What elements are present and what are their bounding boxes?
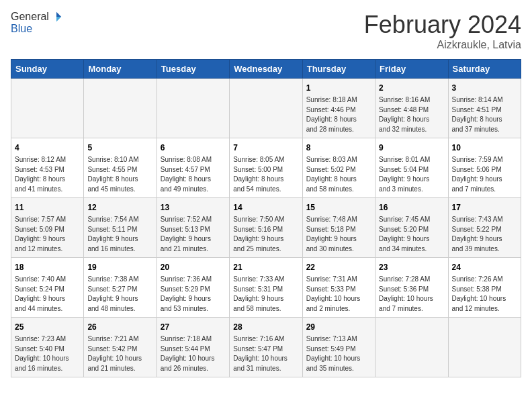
calendar-cell: 8Sunrise: 8:03 AM Sunset: 5:02 PM Daylig… <box>302 138 375 198</box>
day-info: Sunrise: 7:59 AM Sunset: 5:06 PM Dayligh… <box>452 155 517 194</box>
day-info: Sunrise: 8:12 AM Sunset: 4:53 PM Dayligh… <box>15 155 80 194</box>
day-number: 12 <box>87 201 152 214</box>
day-number: 8 <box>306 142 371 154</box>
day-info: Sunrise: 7:13 AM Sunset: 5:49 PM Dayligh… <box>306 334 371 373</box>
day-info: Sunrise: 7:40 AM Sunset: 5:24 PM Dayligh… <box>15 275 80 314</box>
logo-blue-text: Blue <box>11 23 62 35</box>
day-number: 25 <box>15 321 80 333</box>
calendar-week-row: 11Sunrise: 7:57 AM Sunset: 5:09 PM Dayli… <box>11 198 521 258</box>
day-info: Sunrise: 7:33 AM Sunset: 5:31 PM Dayligh… <box>233 275 298 314</box>
day-info: Sunrise: 7:45 AM Sunset: 5:20 PM Dayligh… <box>379 215 444 254</box>
day-info: Sunrise: 7:16 AM Sunset: 5:47 PM Dayligh… <box>233 334 298 373</box>
logo: General Blue <box>11 11 62 35</box>
calendar-cell: 11Sunrise: 7:57 AM Sunset: 5:09 PM Dayli… <box>11 198 84 258</box>
logo-flag-icon <box>50 11 62 23</box>
calendar-cell: 9Sunrise: 8:01 AM Sunset: 5:04 PM Daylig… <box>375 138 448 198</box>
day-number: 7 <box>233 142 298 154</box>
day-info: Sunrise: 8:10 AM Sunset: 4:55 PM Dayligh… <box>87 155 152 194</box>
day-number: 17 <box>452 201 517 214</box>
calendar-week-row: 4Sunrise: 8:12 AM Sunset: 4:53 PM Daylig… <box>11 138 521 198</box>
calendar-cell: 23Sunrise: 7:28 AM Sunset: 5:36 PM Dayli… <box>375 258 448 318</box>
day-info: Sunrise: 7:43 AM Sunset: 5:22 PM Dayligh… <box>452 215 517 254</box>
day-info: Sunrise: 8:01 AM Sunset: 5:04 PM Dayligh… <box>379 155 444 194</box>
day-number: 1 <box>306 82 371 94</box>
day-number: 19 <box>87 261 152 273</box>
day-info: Sunrise: 7:31 AM Sunset: 5:33 PM Dayligh… <box>306 275 371 314</box>
day-number: 29 <box>306 321 371 333</box>
day-number: 27 <box>161 321 226 333</box>
location-subtitle: Aizkraukle, Latvia <box>364 39 521 51</box>
month-year-title: February 2024 <box>364 11 521 39</box>
day-info: Sunrise: 7:23 AM Sunset: 5:40 PM Dayligh… <box>15 334 80 373</box>
svg-marker-0 <box>56 12 61 17</box>
day-info: Sunrise: 7:28 AM Sunset: 5:36 PM Dayligh… <box>379 275 444 314</box>
day-of-week-header: Thursday <box>302 60 375 79</box>
day-info: Sunrise: 7:52 AM Sunset: 5:13 PM Dayligh… <box>161 215 226 254</box>
header: General Blue February 2024 Aizkraukle, L… <box>11 11 521 51</box>
calendar-cell: 1Sunrise: 8:18 AM Sunset: 4:46 PM Daylig… <box>302 79 375 138</box>
day-number: 28 <box>233 321 298 333</box>
calendar-cell <box>375 318 448 377</box>
calendar-cell: 26Sunrise: 7:21 AM Sunset: 5:42 PM Dayli… <box>84 318 157 377</box>
day-number: 22 <box>306 261 371 273</box>
day-of-week-header: Tuesday <box>157 60 229 79</box>
day-of-week-header: Friday <box>375 60 448 79</box>
day-number: 4 <box>15 142 80 154</box>
calendar-cell: 10Sunrise: 7:59 AM Sunset: 5:06 PM Dayli… <box>448 138 521 198</box>
calendar-cell: 17Sunrise: 7:43 AM Sunset: 5:22 PM Dayli… <box>448 198 521 258</box>
calendar-cell: 22Sunrise: 7:31 AM Sunset: 5:33 PM Dayli… <box>302 258 375 318</box>
calendar-cell <box>448 318 521 377</box>
calendar-cell: 6Sunrise: 8:08 AM Sunset: 4:57 PM Daylig… <box>157 138 229 198</box>
calendar-cell: 3Sunrise: 8:14 AM Sunset: 4:51 PM Daylig… <box>448 79 521 138</box>
calendar-cell <box>11 79 84 138</box>
day-info: Sunrise: 7:36 AM Sunset: 5:29 PM Dayligh… <box>161 275 226 314</box>
day-number: 18 <box>15 261 80 273</box>
day-info: Sunrise: 8:18 AM Sunset: 4:46 PM Dayligh… <box>306 95 371 134</box>
day-number: 14 <box>233 201 298 214</box>
day-info: Sunrise: 7:38 AM Sunset: 5:27 PM Dayligh… <box>87 275 152 314</box>
calendar-cell: 21Sunrise: 7:33 AM Sunset: 5:31 PM Dayli… <box>230 258 302 318</box>
day-info: Sunrise: 8:14 AM Sunset: 4:51 PM Dayligh… <box>452 95 517 134</box>
day-info: Sunrise: 7:21 AM Sunset: 5:42 PM Dayligh… <box>87 334 152 373</box>
calendar-cell: 5Sunrise: 8:10 AM Sunset: 4:55 PM Daylig… <box>84 138 157 198</box>
calendar-cell: 27Sunrise: 7:18 AM Sunset: 5:44 PM Dayli… <box>157 318 229 377</box>
day-number: 2 <box>379 82 444 94</box>
calendar-cell: 18Sunrise: 7:40 AM Sunset: 5:24 PM Dayli… <box>11 258 84 318</box>
calendar-cell: 25Sunrise: 7:23 AM Sunset: 5:40 PM Dayli… <box>11 318 84 377</box>
day-of-week-header: Monday <box>84 60 157 79</box>
day-info: Sunrise: 8:16 AM Sunset: 4:48 PM Dayligh… <box>379 95 444 134</box>
calendar-cell: 7Sunrise: 8:05 AM Sunset: 5:00 PM Daylig… <box>230 138 302 198</box>
calendar-cell: 19Sunrise: 7:38 AM Sunset: 5:27 PM Dayli… <box>84 258 157 318</box>
day-info: Sunrise: 7:50 AM Sunset: 5:16 PM Dayligh… <box>233 215 298 254</box>
day-info: Sunrise: 8:05 AM Sunset: 5:00 PM Dayligh… <box>233 155 298 194</box>
day-info: Sunrise: 7:18 AM Sunset: 5:44 PM Dayligh… <box>161 334 226 373</box>
day-number: 15 <box>306 201 371 214</box>
calendar-week-row: 1Sunrise: 8:18 AM Sunset: 4:46 PM Daylig… <box>11 79 521 138</box>
calendar-cell: 13Sunrise: 7:52 AM Sunset: 5:13 PM Dayli… <box>157 198 229 258</box>
day-number: 5 <box>87 142 152 154</box>
calendar-cell: 14Sunrise: 7:50 AM Sunset: 5:16 PM Dayli… <box>230 198 302 258</box>
day-number: 10 <box>452 142 517 154</box>
day-info: Sunrise: 7:57 AM Sunset: 5:09 PM Dayligh… <box>15 215 80 254</box>
day-number: 3 <box>452 82 517 94</box>
calendar-cell: 2Sunrise: 8:16 AM Sunset: 4:48 PM Daylig… <box>375 79 448 138</box>
calendar-cell: 16Sunrise: 7:45 AM Sunset: 5:20 PM Dayli… <box>375 198 448 258</box>
calendar-week-row: 18Sunrise: 7:40 AM Sunset: 5:24 PM Dayli… <box>11 258 521 318</box>
calendar-cell: 29Sunrise: 7:13 AM Sunset: 5:49 PM Dayli… <box>302 318 375 377</box>
day-number: 23 <box>379 261 444 273</box>
day-number: 11 <box>15 201 80 214</box>
day-info: Sunrise: 7:54 AM Sunset: 5:11 PM Dayligh… <box>87 215 152 254</box>
calendar-table: SundayMondayTuesdayWednesdayThursdayFrid… <box>11 59 521 377</box>
calendar-cell: 28Sunrise: 7:16 AM Sunset: 5:47 PM Dayli… <box>230 318 302 377</box>
calendar-cell <box>157 79 229 138</box>
day-number: 6 <box>161 142 226 154</box>
day-number: 9 <box>379 142 444 154</box>
day-info: Sunrise: 7:48 AM Sunset: 5:18 PM Dayligh… <box>306 215 371 254</box>
day-of-week-header: Sunday <box>11 60 84 79</box>
calendar-cell <box>84 79 157 138</box>
day-number: 13 <box>161 201 226 214</box>
calendar-cell: 20Sunrise: 7:36 AM Sunset: 5:29 PM Dayli… <box>157 258 229 318</box>
calendar-cell: 4Sunrise: 8:12 AM Sunset: 4:53 PM Daylig… <box>11 138 84 198</box>
day-number: 16 <box>379 201 444 214</box>
day-number: 24 <box>452 261 517 273</box>
